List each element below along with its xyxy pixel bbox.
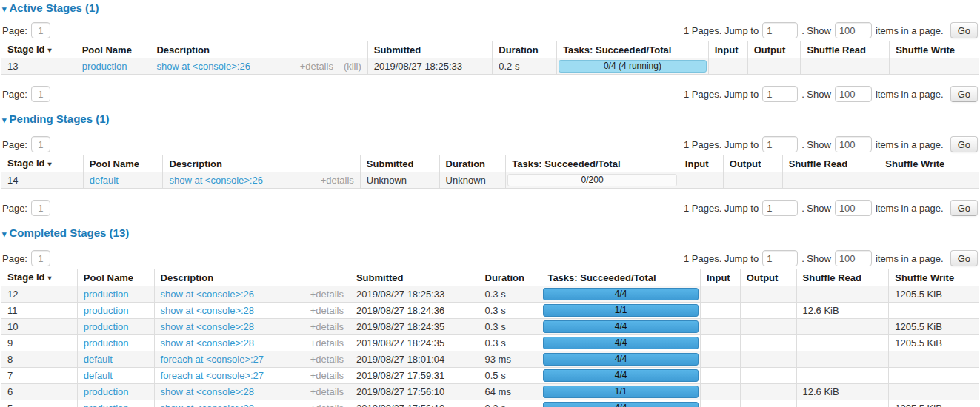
pending-stages-heading[interactable]: ▾Pending Stages (1) (2, 111, 979, 127)
details-link[interactable]: +details (310, 335, 344, 351)
column-header-shuffle-read[interactable]: Shuffle Read (782, 155, 879, 172)
jump-to-input[interactable] (762, 200, 798, 216)
column-header-shuffle-read[interactable]: Shuffle Read (796, 269, 889, 286)
stage-id-cell: 10 (1, 319, 78, 335)
go-button[interactable]: Go (950, 86, 978, 102)
jump-to-input[interactable] (762, 250, 798, 266)
tasks-cell: 1/1 (541, 303, 701, 319)
completed-stages-heading[interactable]: ▾Completed Stages (13) (2, 225, 979, 240)
column-header-pool-name[interactable]: Pool Name (83, 155, 163, 172)
pool-name-link[interactable]: default (84, 370, 113, 381)
description-link[interactable]: show at <console>:28 (161, 400, 254, 407)
shuffle-write-cell (889, 368, 979, 384)
column-header-duration[interactable]: Duration (493, 41, 557, 58)
description-link[interactable]: show at <console>:26 (161, 286, 254, 302)
column-header-stage-id[interactable]: Stage Id▾ (1, 155, 84, 172)
jump-to-input[interactable] (762, 22, 798, 38)
pool-name-link[interactable]: production (84, 305, 129, 316)
column-header-description[interactable]: Description (154, 269, 350, 286)
details-link[interactable]: +details (310, 352, 344, 367)
go-button[interactable]: Go (950, 200, 978, 216)
column-header-duration[interactable]: Duration (439, 155, 506, 172)
task-progress-bar: 4/4 (543, 369, 699, 382)
details-link[interactable]: +details (300, 58, 333, 74)
column-header-submitted[interactable]: Submitted (360, 155, 439, 172)
task-progress-bar: 0/4 (4 running) (559, 60, 707, 73)
output-cell (740, 352, 796, 368)
pool-name-link[interactable]: production (82, 61, 127, 72)
pool-name-link[interactable]: production (84, 386, 129, 397)
description-link[interactable]: show at <console>:26 (169, 172, 262, 188)
stage-row: 12productionshow at <console>:26+details… (1, 286, 979, 303)
input-cell (700, 303, 740, 319)
stage-id-cell: 11 (1, 303, 78, 319)
column-header-output[interactable]: Output (740, 269, 796, 286)
page-number-input[interactable] (31, 22, 50, 38)
description-link[interactable]: show at <console>:28 (161, 335, 254, 351)
column-header-output[interactable]: Output (747, 41, 801, 58)
description-link[interactable]: show at <console>:28 (161, 319, 254, 334)
pool-name-link[interactable]: production (84, 337, 129, 349)
column-header-pool-name[interactable]: Pool Name (76, 41, 150, 58)
column-header-stage-id[interactable]: Stage Id▾ (1, 269, 78, 286)
show-count-input[interactable] (835, 250, 872, 266)
column-header-input[interactable]: Input (679, 155, 723, 172)
column-header-input[interactable]: Input (708, 41, 747, 58)
show-count-input[interactable] (835, 136, 872, 152)
page-number-input[interactable] (31, 86, 50, 102)
jump-to-input[interactable] (762, 136, 798, 152)
column-header-tasks-succeeded-total[interactable]: Tasks: Succeeded/Total (541, 269, 701, 286)
show-count-input[interactable] (835, 200, 872, 216)
details-link[interactable]: +details (310, 368, 344, 383)
pool-name-link[interactable]: production (84, 403, 129, 407)
pool-name-link[interactable]: default (90, 175, 119, 186)
active-stages-heading[interactable]: ▾Active Stages (1) (2, 0, 979, 16)
column-header-description[interactable]: Description (150, 41, 367, 58)
description-link[interactable]: foreach at <console>:27 (161, 352, 264, 367)
column-header-input[interactable]: Input (700, 269, 740, 286)
column-header-pool-name[interactable]: Pool Name (77, 269, 154, 286)
pool-name-cell: production (76, 58, 150, 75)
page-number-input[interactable] (31, 250, 50, 266)
column-header-shuffle-read[interactable]: Shuffle Read (801, 41, 890, 58)
column-header-stage-id[interactable]: Stage Id▾ (1, 41, 76, 58)
page-number-input[interactable] (31, 200, 50, 216)
kill-link[interactable]: (kill) (344, 58, 361, 74)
show-count-input[interactable] (835, 86, 872, 102)
details-link[interactable]: +details (310, 319, 344, 334)
page-number-input[interactable] (31, 136, 50, 152)
show-count-input[interactable] (835, 22, 872, 38)
column-header-submitted[interactable]: Submitted (350, 269, 479, 286)
description-link[interactable]: show at <console>:28 (161, 384, 254, 400)
details-link[interactable]: +details (310, 286, 344, 302)
go-button[interactable]: Go (950, 136, 978, 152)
details-link[interactable]: +details (321, 172, 354, 188)
stage-id-cell: 5 (1, 400, 78, 407)
description-link[interactable]: foreach at <console>:27 (161, 368, 264, 383)
description-link[interactable]: show at <console>:26 (156, 58, 250, 74)
completed-stages-data-table: Stage Id▾Pool NameDescriptionSubmittedDu… (1, 269, 979, 407)
go-button[interactable]: Go (950, 250, 978, 266)
column-header-tasks-succeeded-total[interactable]: Tasks: Succeeded/Total (506, 155, 679, 172)
jump-to-input[interactable] (762, 86, 798, 102)
pool-name-link[interactable]: production (84, 321, 129, 332)
column-label: Description (169, 158, 222, 169)
column-header-submitted[interactable]: Submitted (367, 41, 493, 58)
tasks-cell: 4/4 (541, 352, 701, 368)
collapse-arrow-icon: ▾ (2, 114, 7, 127)
column-header-shuffle-write[interactable]: Shuffle Write (889, 269, 979, 286)
details-link[interactable]: +details (310, 303, 344, 318)
column-header-output[interactable]: Output (723, 155, 782, 172)
details-link[interactable]: +details (310, 400, 344, 407)
pool-name-link[interactable]: production (84, 289, 129, 300)
column-header-description[interactable]: Description (163, 155, 360, 172)
pool-name-link[interactable]: default (84, 354, 113, 365)
column-header-shuffle-write[interactable]: Shuffle Write (890, 41, 979, 58)
column-header-duration[interactable]: Duration (479, 269, 541, 286)
go-button[interactable]: Go (950, 22, 978, 38)
column-header-shuffle-write[interactable]: Shuffle Write (879, 155, 979, 172)
submitted-cell: 2019/08/27 18:01:04 (350, 352, 479, 368)
details-link[interactable]: +details (310, 384, 344, 400)
description-link[interactable]: show at <console>:28 (161, 303, 254, 318)
column-header-tasks-succeeded-total[interactable]: Tasks: Succeeded/Total (557, 41, 709, 58)
